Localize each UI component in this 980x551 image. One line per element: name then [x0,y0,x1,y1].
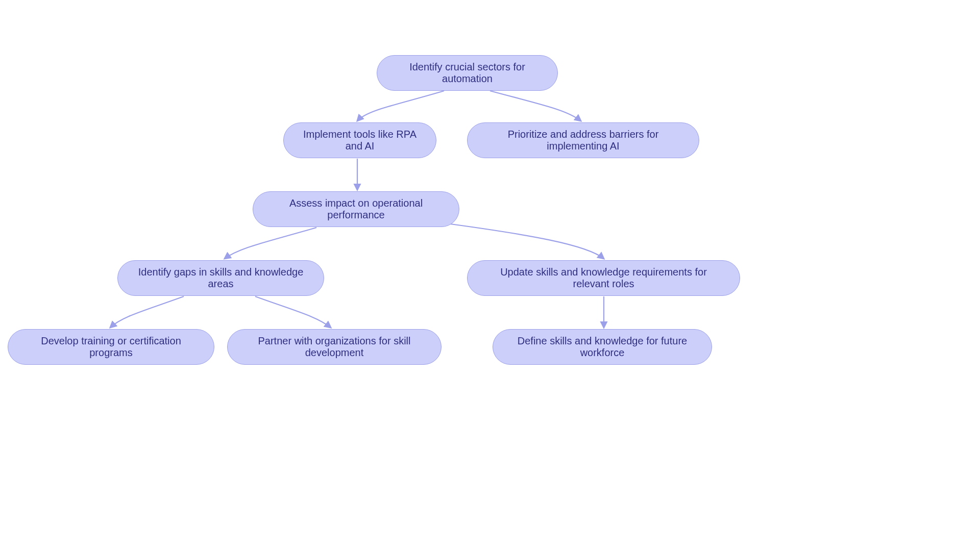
node-prioritize-barriers: Prioritize and address barriers for impl… [467,122,699,158]
node-label: Define skills and knowledge for future w… [507,335,697,359]
node-identify-gaps: Identify gaps in skills and knowledge ar… [117,260,324,296]
node-partner-orgs: Partner with organizations for skill dev… [227,329,442,365]
edge-n0-n1 [357,91,444,121]
edge-n4-n7 [255,296,331,328]
node-label: Assess impact on operational performance [267,197,445,221]
node-label: Partner with organizations for skill dev… [242,335,427,359]
node-label: Identify gaps in skills and knowledge ar… [132,266,309,290]
node-assess-impact: Assess impact on operational performance [253,191,459,227]
node-develop-training: Develop training or certification progra… [8,329,214,365]
node-label: Implement tools like RPA and AI [298,129,422,152]
node-identify-sectors: Identify crucial sectors for automation [377,55,558,91]
edge-n0-n2 [490,91,581,121]
node-label: Prioritize and address barriers for impl… [482,129,684,152]
node-update-skills: Update skills and knowledge requirements… [467,260,740,296]
node-label: Identify crucial sectors for automation [391,61,543,85]
node-label: Develop training or certification progra… [22,335,200,359]
node-define-future-skills: Define skills and knowledge for future w… [493,329,712,365]
flowchart-canvas: Identify crucial sectors for automation … [0,0,980,551]
node-label: Update skills and knowledge requirements… [482,266,725,290]
edge-n4-n6 [110,296,184,328]
node-implement-tools: Implement tools like RPA and AI [283,122,436,158]
edge-n3-n4 [225,228,316,259]
edge-n3-n5 [439,222,604,259]
